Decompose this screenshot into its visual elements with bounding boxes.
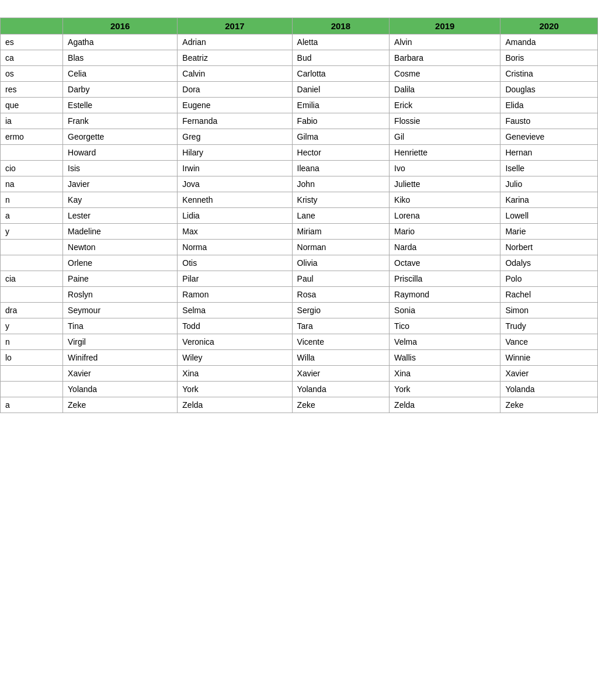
cell-r7-c4: Henriette [390, 145, 500, 161]
table-row: loWinifredWileyWillaWallisWinnie [1, 350, 598, 366]
cell-r4-c3: Emilia [292, 98, 390, 113]
cell-r22-c4: York [390, 382, 500, 397]
cell-r5-c0: ia [1, 113, 63, 129]
table-row: draSeymourSelmaSergioSoniaSimon [1, 303, 598, 318]
cell-r0-c0: es [1, 34, 63, 50]
cell-r12-c1: Madeline [63, 224, 178, 240]
cell-r16-c0 [1, 287, 63, 303]
table-row: iaFrankFernandaFabioFlossieFausto [1, 113, 598, 129]
cell-r4-c4: Erick [390, 98, 500, 113]
cell-r11-c3: Lane [292, 208, 390, 224]
table-row: resDarbyDoraDanielDalilaDouglas [1, 82, 598, 98]
cell-r5-c4: Flossie [390, 113, 500, 129]
cell-r15-c2: Pilar [178, 271, 292, 287]
cell-r17-c5: Simon [500, 303, 598, 318]
cell-r17-c4: Sonia [390, 303, 500, 318]
cell-r1-c1: Blas [63, 50, 178, 66]
cell-r13-c4: Narda [390, 240, 500, 255]
cell-r13-c3: Norman [292, 240, 390, 255]
table-row: aZekeZeldaZekeZeldaZeke [1, 397, 598, 413]
cell-r10-c0: n [1, 192, 63, 208]
table-row: queEstelleEugeneEmiliaErickElida [1, 98, 598, 113]
cell-r1-c5: Boris [500, 50, 598, 66]
cell-r11-c2: Lidia [178, 208, 292, 224]
table-row: HowardHilaryHectorHenrietteHernan [1, 145, 598, 161]
cell-r4-c0: que [1, 98, 63, 113]
table-wrapper: 20162017201820192020 esAgathaAdrianAlett… [0, 18, 598, 413]
cell-r11-c0: a [1, 208, 63, 224]
table-row: naJavierJovaJohnJulietteJulio [1, 176, 598, 192]
cell-r6-c4: Gil [390, 129, 500, 145]
cell-r2-c2: Calvin [178, 66, 292, 82]
table-row: ciaPainePilarPaulPriscillaPolo [1, 271, 598, 287]
header-col-0 [1, 18, 63, 34]
cell-r8-c1: Isis [63, 161, 178, 176]
cell-r3-c0: res [1, 82, 63, 98]
cell-r22-c2: York [178, 382, 292, 397]
table-row: osCeliaCalvinCarlottaCosmeCristina [1, 66, 598, 82]
cell-r6-c1: Georgette [63, 129, 178, 145]
cell-r16-c2: Ramon [178, 287, 292, 303]
cell-r20-c5: Winnie [500, 350, 598, 366]
cell-r19-c5: Vance [500, 334, 598, 350]
cell-r3-c3: Daniel [292, 82, 390, 98]
cell-r19-c0: n [1, 334, 63, 350]
cell-r7-c0 [1, 145, 63, 161]
cell-r16-c5: Rachel [500, 287, 598, 303]
cell-r6-c3: Gilma [292, 129, 390, 145]
table-row: ermoGeorgetteGregGilmaGilGenevieve [1, 129, 598, 145]
cell-r19-c1: Virgil [63, 334, 178, 350]
cell-r14-c2: Otis [178, 255, 292, 271]
table-row: XavierXinaXavierXinaXavier [1, 366, 598, 382]
cell-r18-c2: Todd [178, 318, 292, 334]
cell-r13-c5: Norbert [500, 240, 598, 255]
table-row: caBlasBeatrizBudBarbaraBoris [1, 50, 598, 66]
cell-r20-c2: Wiley [178, 350, 292, 366]
cell-r21-c5: Xavier [500, 366, 598, 382]
cell-r13-c2: Norma [178, 240, 292, 255]
cell-r19-c3: Vicente [292, 334, 390, 350]
cell-r21-c2: Xina [178, 366, 292, 382]
cell-r8-c5: Iselle [500, 161, 598, 176]
cell-r5-c1: Frank [63, 113, 178, 129]
cell-r17-c1: Seymour [63, 303, 178, 318]
table-row: NewtonNormaNormanNardaNorbert [1, 240, 598, 255]
cell-r1-c4: Barbara [390, 50, 500, 66]
cell-r6-c5: Genevieve [500, 129, 598, 145]
cell-r7-c5: Hernan [500, 145, 598, 161]
cell-r21-c3: Xavier [292, 366, 390, 382]
table-row: yMadelineMaxMiriamMarioMarie [1, 224, 598, 240]
cell-r14-c4: Octave [390, 255, 500, 271]
cell-r7-c2: Hilary [178, 145, 292, 161]
cell-r14-c0 [1, 255, 63, 271]
cell-r23-c5: Zeke [500, 397, 598, 413]
cell-r9-c5: Julio [500, 176, 598, 192]
cell-r16-c1: Roslyn [63, 287, 178, 303]
cell-r23-c4: Zelda [390, 397, 500, 413]
cell-r9-c1: Javier [63, 176, 178, 192]
cell-r9-c2: Jova [178, 176, 292, 192]
table-row: nVirgilVeronicaVicenteVelmaVance [1, 334, 598, 350]
cell-r13-c1: Newton [63, 240, 178, 255]
cell-r19-c2: Veronica [178, 334, 292, 350]
cell-r22-c0 [1, 382, 63, 397]
cell-r0-c1: Agatha [63, 34, 178, 50]
header-col-3: 2018 [292, 18, 390, 34]
cell-r8-c4: Ivo [390, 161, 500, 176]
cell-r8-c0: cio [1, 161, 63, 176]
cell-r0-c4: Alvin [390, 34, 500, 50]
cell-r6-c0: ermo [1, 129, 63, 145]
cell-r2-c4: Cosme [390, 66, 500, 82]
cell-r5-c5: Fausto [500, 113, 598, 129]
cell-r11-c5: Lowell [500, 208, 598, 224]
cell-r5-c3: Fabio [292, 113, 390, 129]
cell-r8-c2: Irwin [178, 161, 292, 176]
cell-r18-c0: y [1, 318, 63, 334]
cell-r17-c3: Sergio [292, 303, 390, 318]
cell-r15-c4: Priscilla [390, 271, 500, 287]
storm-names-table: 20162017201820192020 esAgathaAdrianAlett… [0, 18, 598, 413]
cell-r17-c0: dra [1, 303, 63, 318]
cell-r21-c1: Xavier [63, 366, 178, 382]
cell-r6-c2: Greg [178, 129, 292, 145]
cell-r20-c1: Winifred [63, 350, 178, 366]
